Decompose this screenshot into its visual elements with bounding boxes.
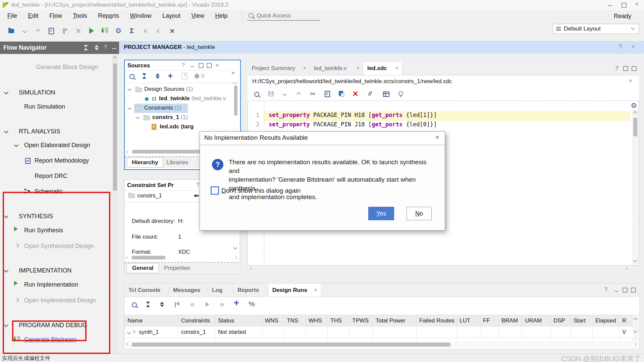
tab-hierarchy[interactable]: Hierarchy <box>127 158 163 168</box>
tab-reports[interactable]: Reports <box>233 284 268 297</box>
editor-hscrollbar[interactable]: ‹ › <box>248 265 638 273</box>
close-icon[interactable]: × <box>629 77 632 84</box>
col-wns[interactable]: WNS <box>262 315 284 326</box>
chevron-down-icon[interactable] <box>4 90 8 95</box>
save-icon[interactable] <box>268 91 274 97</box>
flow-section-rtl-analysis[interactable]: RTL ANALYSIS <box>19 128 60 135</box>
add-run-icon[interactable]: + <box>234 298 239 308</box>
collapse-all-icon[interactable] <box>146 302 150 307</box>
col-uram[interactable]: URAM <box>522 315 551 326</box>
redo-icon[interactable] <box>33 26 43 35</box>
help-icon[interactable]: ? <box>615 65 619 71</box>
search-icon[interactable] <box>129 74 135 79</box>
tree-row[interactable]: constrs_1 (1) <box>125 113 239 122</box>
open-project-icon[interactable] <box>6 26 16 35</box>
col-name[interactable]: Name <box>125 315 178 326</box>
tab-general[interactable]: General <box>126 263 159 273</box>
chevron-down-icon[interactable] <box>4 323 8 327</box>
close-icon[interactable]: × <box>357 65 360 71</box>
col-dsp[interactable]: DSP <box>551 315 571 326</box>
menu-help[interactable]: Help <box>215 12 228 19</box>
help-icon[interactable]: ? <box>196 182 199 188</box>
menu-window[interactable]: Window <box>130 12 151 19</box>
float-icon[interactable] <box>632 66 637 71</box>
paste-icon[interactable] <box>60 26 70 35</box>
flow-section-program-and-debug[interactable]: PROGRAM AND DEBUG <box>19 322 87 329</box>
col-tns[interactable]: TNS <box>284 315 306 326</box>
expand-triangle-icon[interactable] <box>133 330 136 334</box>
flow-item-open-elaborated-design[interactable]: Open Elaborated Design <box>24 142 90 149</box>
col-status[interactable]: Status <box>215 315 262 326</box>
menu-tools[interactable]: Tools <box>73 12 87 19</box>
minimize-icon[interactable] <box>112 48 116 49</box>
flow-item-generate-bitstream[interactable]: Generate Bitstream <box>24 336 76 343</box>
window-close-button[interactable]: × <box>635 0 639 8</box>
maximize-icon[interactable] <box>623 288 628 293</box>
menu-file[interactable]: File <box>7 12 17 19</box>
tab-led-xdc[interactable]: led.xdc × <box>363 62 402 75</box>
flow-section-simulation[interactable]: SIMULATION <box>19 89 55 96</box>
expand-all-icon[interactable] <box>156 73 160 79</box>
flow-item-run-synthesis[interactable]: Run Synthesis <box>24 227 63 234</box>
float-icon[interactable] <box>207 63 212 68</box>
maximize-icon[interactable] <box>199 63 204 68</box>
rewind-icon[interactable]: « <box>190 300 195 309</box>
undo-icon[interactable] <box>19 26 30 35</box>
tab-libraries[interactable]: Libraries <box>166 159 188 166</box>
tree-row[interactable]: led.xdc (targ <box>125 122 239 132</box>
help-icon[interactable]: ? <box>104 44 107 50</box>
col-failed-routes[interactable]: Failed Routes <box>417 315 457 326</box>
collapse-all-icon[interactable] <box>84 45 88 50</box>
layout-selector[interactable]: Default Layout <box>553 24 639 34</box>
col-whs[interactable]: WHS <box>306 315 328 326</box>
flow-item-open-synthesized-design[interactable]: Open Synthesized Design <box>24 243 94 250</box>
quick-access-input[interactable] <box>256 12 319 19</box>
forward-icon[interactable]: » <box>220 300 224 309</box>
flow-section-implementation[interactable]: IMPLEMENTATION <box>19 267 71 274</box>
tree-row-selected[interactable]: Constraints (1) <box>125 104 239 113</box>
tab-design-runs[interactable]: Design Runs× <box>268 284 321 297</box>
col-start[interactable]: Start <box>571 315 593 326</box>
run-icon[interactable] <box>87 26 97 35</box>
minimize-icon[interactable] <box>191 66 194 67</box>
toggle-comment-icon[interactable]: // <box>368 90 371 97</box>
flow-item-run-simulation[interactable]: Run Simulation <box>24 103 65 110</box>
flow-item-report-methodology[interactable]: Report Methodology <box>35 157 89 164</box>
dont-show-again-label[interactable]: Don't show this dialog again <box>221 187 301 194</box>
generate-bitstream-icon[interactable]: 0110 <box>100 26 110 35</box>
flow-item-generate-block-design[interactable]: Generate Block Design <box>36 64 98 71</box>
expand-all-icon[interactable] <box>160 302 164 307</box>
col-elapsed[interactable]: Elapsed <box>593 315 620 326</box>
hint-icon[interactable] <box>398 91 403 96</box>
window-minimize-button[interactable] <box>608 5 612 6</box>
pencil-icon[interactable] <box>154 26 164 35</box>
col-r[interactable]: R <box>620 315 633 326</box>
tab-led-twinkle-v[interactable]: led_twinkle.v × <box>310 62 363 75</box>
col-bram[interactable]: BRAM <box>499 315 522 326</box>
chevron-right-icon[interactable] <box>15 243 19 248</box>
col-ff[interactable]: FF <box>480 315 499 326</box>
search-icon[interactable] <box>254 92 259 97</box>
search-icon[interactable] <box>132 302 137 307</box>
close-icon[interactable]: × <box>314 284 317 297</box>
col-tpws[interactable]: TPWS <box>350 315 373 326</box>
help-icon[interactable]: ? <box>619 44 622 50</box>
col-constraints[interactable]: Constraints <box>178 315 215 326</box>
scroll-down-icon[interactable] <box>233 245 237 250</box>
menu-reports[interactable]: Reports <box>98 12 119 19</box>
minimize-icon[interactable] <box>614 291 618 292</box>
table-row-clipped[interactable]: impl_1 constrs_1 Not started <box>125 338 633 341</box>
play-icon[interactable] <box>206 302 209 307</box>
tab-properties[interactable]: Properties <box>164 265 190 272</box>
table-row[interactable]: synth_1 constrs_1 Not started V <box>125 326 633 338</box>
help-icon[interactable]: ? <box>182 62 185 68</box>
percent-icon[interactable]: % <box>249 300 255 308</box>
col-lut[interactable]: LUT <box>457 315 480 326</box>
maximize-icon[interactable] <box>623 66 628 71</box>
flow-navigator-scrollbar[interactable] <box>112 54 118 354</box>
chevron-right-icon[interactable] <box>15 298 19 302</box>
dont-show-again-checkbox[interactable] <box>211 186 219 195</box>
back-arrow-icon[interactable] <box>194 194 200 198</box>
chevron-down-icon[interactable] <box>127 330 131 335</box>
columns-icon[interactable] <box>383 92 389 97</box>
